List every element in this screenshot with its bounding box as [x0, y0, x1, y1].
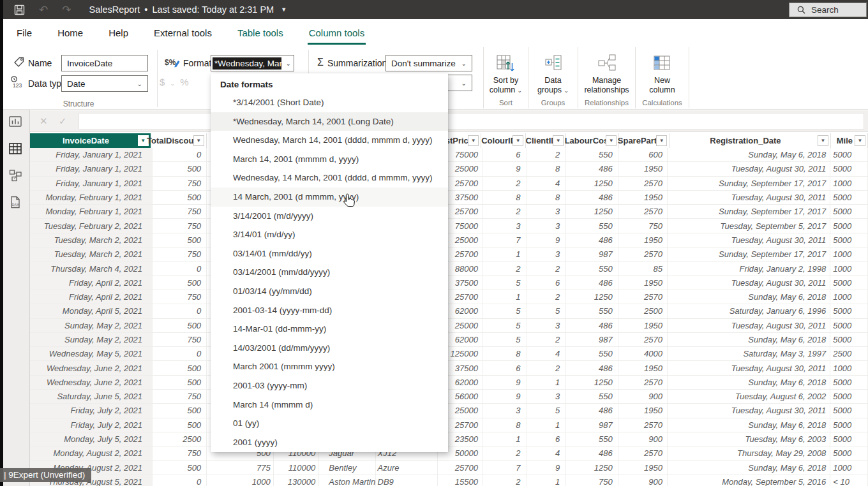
cell[interactable]: 110000 — [274, 461, 319, 475]
cell[interactable]: 4000 — [618, 347, 668, 360]
model-view-icon[interactable] — [8, 168, 22, 182]
report-view-icon[interactable] — [8, 115, 22, 129]
cell[interactable]: 9 — [483, 376, 527, 389]
cell[interactable]: 5 — [527, 404, 567, 417]
cell[interactable]: 2570 — [618, 177, 668, 190]
cell[interactable]: Sunday, May 6, 2018 — [668, 376, 830, 389]
column-filter-icon[interactable]: ▼ — [656, 135, 667, 146]
cell[interactable]: 2500 — [618, 304, 668, 318]
cell[interactable]: 6 — [527, 432, 567, 446]
column-header-clientid[interactable]: ClientID▼ — [526, 133, 566, 148]
cell[interactable]: 550 — [566, 261, 618, 275]
cell[interactable]: 5000 — [830, 205, 868, 218]
format-option[interactable]: March 14, 2001 (mmmm d, yyyy) — [211, 150, 448, 169]
cell[interactable]: 5000 — [830, 148, 868, 161]
cell[interactable]: 130000 — [274, 475, 319, 486]
cell[interactable]: Tuesday, August 30, 2011 — [668, 276, 830, 290]
cell[interactable]: 550 — [566, 432, 618, 446]
title-caret-icon[interactable]: ▼ — [281, 6, 287, 13]
cell[interactable]: 1 — [527, 418, 567, 432]
cell[interactable]: 486 — [566, 276, 618, 290]
cell[interactable]: 1 — [483, 432, 527, 446]
cell[interactable]: Monday, April 5, 2021 — [30, 304, 153, 318]
format-option[interactable]: Wednesday, 14 March, 2001 (dddd, d mmmm,… — [211, 168, 448, 188]
cell[interactable]: Friday, July 2, 2021 — [30, 418, 153, 432]
cell[interactable]: Friday, January 1, 2021 — [30, 148, 153, 161]
chevron-down-icon[interactable]: ⌄ — [170, 80, 177, 87]
column-header-mile[interactable]: Mile▼ — [831, 133, 868, 148]
cell[interactable]: 25700 — [438, 461, 483, 475]
cell[interactable]: 5 — [483, 276, 527, 290]
cell[interactable]: 987 — [566, 418, 618, 432]
cell[interactable]: 2 — [483, 446, 527, 460]
cell[interactable]: 3 — [483, 219, 527, 232]
cell[interactable]: 2570 — [618, 333, 668, 346]
cell[interactable]: 486 — [566, 404, 618, 417]
format-option[interactable]: 2001-03-14 (yyyy-mm-dd) — [211, 301, 448, 320]
cell[interactable]: 5000 — [830, 446, 868, 460]
cell[interactable]: 750 — [153, 390, 207, 403]
new-column-button[interactable]: Newcolumn — [649, 47, 675, 95]
cell[interactable]: 9 — [483, 390, 527, 403]
cell[interactable]: Tuesday, August 30, 2011 — [668, 319, 830, 332]
data-view-icon[interactable] — [8, 142, 22, 156]
cell[interactable]: Tuesday, August 30, 2011 — [668, 191, 830, 204]
cell[interactable]: 2 — [527, 361, 567, 374]
cell[interactable]: Monday, July 5, 2021 — [30, 432, 153, 446]
cell[interactable]: 2 — [527, 290, 567, 304]
column-filter-icon[interactable]: ▼ — [606, 135, 617, 146]
cell[interactable]: 750 — [153, 219, 207, 232]
cell[interactable]: 2500 — [830, 347, 868, 360]
cell[interactable]: 5000 — [830, 432, 868, 446]
tab-home[interactable]: Home — [56, 19, 84, 46]
cell[interactable]: Tuesday, August 30, 2011 — [668, 162, 830, 175]
format-option[interactable]: 03/14/01 (mm/dd/yy) — [211, 244, 448, 263]
data-groups-button[interactable]: Datagroups ⌄ — [537, 47, 569, 96]
cell[interactable]: 2 — [483, 205, 527, 218]
cell[interactable]: Monday, February 1, 2021 — [30, 191, 153, 204]
cell[interactable]: 5000 — [830, 319, 868, 332]
format-option[interactable]: 3/14/2001 (m/d/yyyy) — [211, 207, 448, 226]
cell[interactable]: 2 — [483, 261, 527, 275]
cell[interactable]: 3 — [527, 319, 567, 332]
cell[interactable]: 1000 — [207, 475, 274, 486]
cell[interactable]: Tuesday, August 30, 2011 — [668, 361, 830, 374]
commit-formula-icon[interactable]: ✓ — [59, 115, 67, 127]
cell[interactable]: 6 — [483, 361, 527, 374]
cell[interactable]: 1 — [483, 247, 527, 261]
cell[interactable]: Wednesday, June 2, 2021 — [30, 361, 153, 374]
column-header-spareparts[interactable]: SpareParts▼ — [619, 133, 670, 148]
cell[interactable]: 1000 — [830, 247, 868, 261]
cell[interactable]: Friday, April 2, 2021 — [30, 290, 153, 304]
column-header-labourcost[interactable]: LabourCost▼ — [566, 133, 619, 148]
cell[interactable]: Monday, February 1, 2021 — [30, 205, 153, 218]
cell[interactable]: 5000 — [830, 304, 868, 318]
cell[interactable]: 2 — [483, 475, 527, 486]
column-filter-icon[interactable]: ▼ — [553, 135, 564, 146]
currency-percent-icons[interactable]: $ ⌄ % — [160, 77, 190, 87]
cell[interactable]: Saturday, June 5, 2021 — [30, 390, 153, 403]
format-option[interactable]: 14-Mar-01 (dd-mmm-yy) — [211, 320, 448, 339]
cell[interactable]: Tuesday, September 5, 2017 — [668, 219, 830, 232]
format-option[interactable]: 3/14/01 (m/d/yy) — [211, 225, 448, 244]
cell[interactable]: 85 — [618, 261, 668, 275]
cell[interactable]: 9 — [483, 162, 527, 175]
cell[interactable]: 900 — [618, 432, 668, 446]
cell[interactable]: 486 — [566, 319, 618, 332]
cell[interactable]: 1250 — [566, 376, 618, 389]
cell[interactable]: 5000 — [830, 376, 868, 389]
format-option[interactable]: 2001 (yyyy) — [211, 433, 448, 452]
cell[interactable]: Tuesday, May 6, 2003 — [668, 432, 830, 446]
cell[interactable]: Friday, January 1, 2021 — [30, 177, 153, 190]
formula-input[interactable] — [79, 113, 864, 129]
cell[interactable]: 987 — [566, 247, 618, 261]
cell[interactable]: 750 — [153, 290, 207, 304]
cell[interactable]: 550 — [566, 390, 618, 403]
cell[interactable]: 750 — [618, 219, 668, 232]
undo-icon[interactable]: ↶ — [39, 4, 48, 15]
cell[interactable]: Azure — [376, 461, 438, 475]
cell[interactable]: 1 — [483, 290, 527, 304]
cell[interactable]: 500 — [153, 162, 207, 175]
cell[interactable]: 1000 — [830, 177, 868, 190]
cell[interactable]: 500 — [153, 361, 207, 374]
